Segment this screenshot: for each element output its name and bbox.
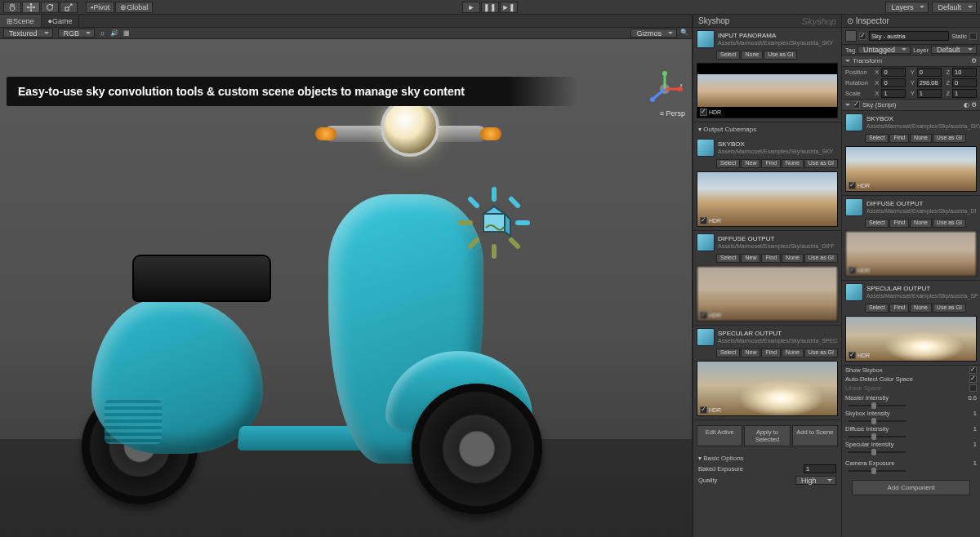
move-tool[interactable]: [22, 2, 40, 13]
show-skybox-checkbox[interactable]: [969, 366, 977, 374]
use-gi-button[interactable]: Use as GI: [804, 348, 838, 357]
pos-z[interactable]: [952, 68, 977, 77]
none-button[interactable]: None: [910, 134, 932, 143]
find-button[interactable]: Find: [889, 304, 909, 313]
tab-game[interactable]: ● Game: [42, 15, 80, 27]
none-button[interactable]: None: [782, 348, 804, 357]
tab-scene[interactable]: ⊞ Scene: [0, 15, 42, 27]
layout-dropdown[interactable]: Default: [932, 2, 977, 13]
use-gi-button[interactable]: Use as GI: [764, 51, 797, 60]
diffuse-preview[interactable]: HDR: [845, 231, 977, 277]
step-button[interactable]: ►❚: [500, 2, 518, 13]
sky-enabled-checkbox[interactable]: [853, 101, 860, 109]
use-gi-button[interactable]: Use as GI: [804, 159, 838, 168]
hdr-checkbox[interactable]: [700, 406, 707, 414]
shading-mode[interactable]: Textured: [3, 29, 53, 38]
skybox-preview[interactable]: HDR: [845, 146, 977, 192]
rot-z[interactable]: [952, 78, 977, 87]
master-int-slider[interactable]: [849, 405, 906, 406]
specular-preview[interactable]: HDR: [845, 316, 977, 362]
static-checkbox[interactable]: [969, 33, 977, 40]
scl-y[interactable]: [917, 89, 942, 98]
object-name-field[interactable]: [869, 31, 949, 41]
hand-tool[interactable]: [3, 2, 21, 13]
select-button[interactable]: Select: [716, 51, 740, 60]
layer-dropdown[interactable]: Default: [931, 46, 977, 54]
select-button[interactable]: Select: [865, 304, 889, 313]
select-button[interactable]: Select: [716, 348, 740, 357]
find-button[interactable]: Find: [761, 348, 781, 357]
add-component-button[interactable]: Add Component: [852, 480, 970, 495]
hdr-checkbox[interactable]: [700, 312, 707, 319]
find-button[interactable]: Find: [889, 219, 909, 228]
inspector-tab[interactable]: ⊙ Inspector: [842, 15, 980, 28]
specular-int-value: 1: [973, 441, 977, 448]
skybox-int-slider[interactable]: [849, 420, 906, 422]
select-button[interactable]: Select: [865, 219, 889, 228]
scl-z[interactable]: [952, 89, 977, 98]
select-button[interactable]: Select: [865, 134, 889, 143]
input-preview[interactable]: HDR: [697, 63, 838, 118]
scale-tool[interactable]: [60, 2, 78, 13]
global-toggle[interactable]: ⊕ Global: [115, 2, 153, 13]
search-icon[interactable]: 🔍: [680, 29, 688, 38]
sky-script-header[interactable]: Sky (Script)◐ ⚙: [842, 99, 980, 111]
use-gi-button[interactable]: Use as GI: [933, 219, 966, 228]
pos-x[interactable]: [881, 68, 906, 77]
hdr-checkbox[interactable]: [849, 182, 856, 189]
add-scene-button[interactable]: Add to Scene: [792, 425, 838, 446]
none-button[interactable]: None: [910, 219, 932, 228]
quality-dropdown[interactable]: High: [795, 476, 836, 485]
hdr-checkbox[interactable]: [700, 217, 707, 224]
none-button[interactable]: None: [910, 304, 932, 313]
rot-y[interactable]: [917, 78, 942, 87]
render-mode[interactable]: RGB: [58, 29, 96, 38]
specular-int-slider[interactable]: [849, 451, 906, 453]
rot-x[interactable]: [881, 78, 906, 87]
find-button[interactable]: Find: [761, 254, 781, 263]
new-button[interactable]: New: [741, 348, 760, 357]
scl-x[interactable]: [881, 89, 906, 98]
cube-icon: [697, 328, 715, 346]
play-button[interactable]: ►: [462, 2, 480, 13]
pivot-toggle[interactable]: ▪ Pivot: [86, 2, 114, 13]
audio-icon[interactable]: 🔊: [110, 29, 118, 37]
hdr-checkbox[interactable]: [700, 109, 707, 116]
pos-y[interactable]: [917, 68, 942, 77]
find-button[interactable]: Find: [889, 134, 909, 143]
new-button[interactable]: New: [741, 159, 760, 168]
new-button[interactable]: New: [741, 254, 760, 263]
layers-dropdown[interactable]: Layers: [885, 2, 929, 13]
diffuse-preview[interactable]: HDR: [697, 266, 838, 322]
hdr-checkbox[interactable]: [849, 267, 856, 274]
use-gi-button[interactable]: Use as GI: [933, 304, 966, 313]
use-gi-button[interactable]: Use as GI: [933, 134, 966, 143]
scene-canvas[interactable]: Easy-to-use sky convolution tools & cust…: [0, 39, 692, 537]
select-button[interactable]: Select: [716, 159, 740, 168]
auto-color-checkbox[interactable]: [969, 375, 977, 383]
enabled-checkbox[interactable]: [859, 33, 866, 40]
specular-preview[interactable]: HDR: [697, 361, 838, 416]
apply-selected-button[interactable]: Apply to Selected: [744, 425, 790, 446]
rotate-tool[interactable]: [41, 2, 59, 13]
orientation-gizmo[interactable]: x: [646, 70, 684, 108]
cam-exposure-slider[interactable]: [849, 470, 906, 472]
find-button[interactable]: Find: [761, 159, 781, 168]
select-button[interactable]: Select: [716, 254, 740, 263]
edit-active-button[interactable]: Edit Active: [697, 425, 742, 446]
none-button[interactable]: None: [782, 254, 804, 263]
none-button[interactable]: None: [741, 51, 763, 60]
tag-dropdown[interactable]: Untagged: [858, 46, 911, 54]
transform-header[interactable]: Transform⚙: [842, 55, 980, 67]
linear-space-checkbox[interactable]: [969, 384, 977, 392]
gizmos-dropdown[interactable]: Gizmos: [630, 29, 677, 38]
none-button[interactable]: None: [782, 159, 804, 168]
pause-button[interactable]: ❚❚: [481, 2, 499, 13]
diffuse-int-slider[interactable]: [849, 436, 906, 437]
scene-light-icon[interactable]: ☼: [100, 29, 105, 37]
baked-exposure-field[interactable]: [804, 464, 836, 473]
use-gi-button[interactable]: Use as GI: [804, 254, 838, 263]
fx-icon[interactable]: ▦: [123, 29, 130, 37]
hdr-checkbox[interactable]: [849, 352, 856, 359]
skybox-preview[interactable]: HDR: [697, 171, 838, 227]
